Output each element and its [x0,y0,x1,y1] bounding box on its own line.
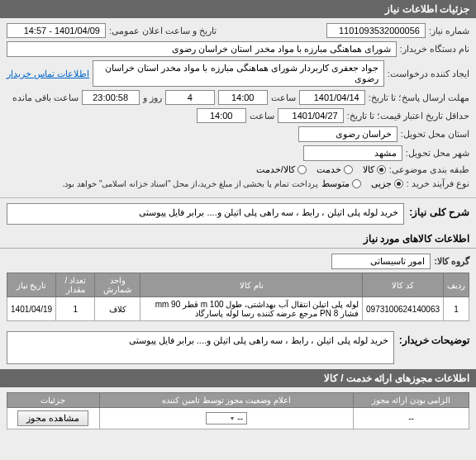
col-name: نام کالا [140,273,363,297]
buy-type-radio-group: جزیی متوسط [321,178,403,189]
details-panel: شماره نیاز: 1101093532000056 تاریخ و ساع… [0,18,476,197]
radio-dot-icon [298,165,307,174]
radio-mid-label: متوسط [321,178,350,189]
buyer-value: شورای هماهنگی مبارزه با مواد مخدر استان … [7,41,397,57]
auth-col-mandatory: الزامی بودن ارائه مجوز [354,393,469,408]
cell-idx: 1 [444,297,469,321]
category-label: طبقه بندی موضوعی: [389,164,469,175]
creator-value: جواد جعفری کاربردار شورای هماهنگی مبارزه… [93,60,384,87]
city-label: شهر محل تحویل: [406,148,469,159]
goods-group-label: گروه کالا: [434,256,469,267]
auth-col-details: جزئیات [7,393,100,408]
cell-code: 0973100624140063 [363,297,444,321]
auth-status-value: -- [237,414,243,423]
radio-dot-checked-icon [394,179,403,188]
min-valid-label: حداقل تاریخ اعتبار قیمت؛ تا تاریخ: [347,111,469,121]
section-header-details: جزئیات اطلاعات نیاز [0,0,476,18]
cell-unit: کلاف [95,297,140,321]
deadline-label: مهلت ارسال پاسخ؛ تا تاریخ: [369,92,469,103]
radio-kalakhedmat-label: کالا/خدمت [256,164,295,175]
auth-mandatory-cell: -- [354,408,469,429]
buyer-contact-link[interactable]: اطلاعات تماس خریدار [7,69,89,79]
public-date-label: تاریخ و ساعت اعلان عمومی: [109,26,217,36]
creator-label: ایجاد کننده درخواست: [388,69,469,79]
desc-label: شرح کلی نیاز: [409,203,469,225]
goods-header: اطلاعات کالاهای مورد نیاز [0,230,476,249]
radio-dot-icon [344,165,353,174]
days-value: 4 [165,90,215,105]
auth-row: -- -- ▾ مشاهده مجوز [7,408,469,429]
category-radio-group: کالا خدمت کالا/خدمت [256,164,386,175]
radio-minor[interactable]: جزیی [371,178,403,189]
radio-dot-checked-icon [377,165,386,174]
province-value: خراسان رضوی [298,126,397,142]
remaining-time: 23:00:58 [82,90,140,105]
auth-status-select[interactable]: -- ▾ [206,412,247,424]
req-no-label: شماره نیاز: [429,26,469,36]
auth-details-cell: مشاهده مجوز [7,408,100,429]
buyer-label: نام دستگاه خریدار: [400,44,469,55]
min-valid-time: 14:00 [197,108,246,123]
deadline-time: 14:00 [218,90,268,105]
min-valid-date: 1401/04/27 [278,108,344,123]
auth-table: الزامی بودن ارائه مجوز اعلام وضعیت مجوز … [7,392,469,429]
remaining-label: ساعت باقی مانده [12,92,79,103]
buyer-notes-text: خرید لوله پلی اتیلن ، رابط ، سه راهی پلی… [7,331,394,364]
radio-khedmat-label: خدمت [317,164,341,175]
col-unit: واحد شمارش [95,273,140,297]
radio-kala[interactable]: کالا [363,164,386,175]
section-header-auth: اطلاعات مجوزهای ارائه خدمت / کالا [0,369,476,387]
radio-kala-label: کالا [363,164,374,175]
cell-qty: 1 [56,297,95,321]
time-label-2: ساعت [250,111,274,121]
col-code: کد کالا [363,273,444,297]
cell-date: 1401/04/19 [7,297,56,321]
buy-type-label: نوع فرآیند خرید : [407,178,469,189]
radio-minor-label: جزیی [371,178,392,189]
radio-dot-icon [352,179,361,188]
chevron-down-icon: ▾ [231,415,234,422]
public-date-value: 1401/04/09 - 14:57 [7,23,106,38]
radio-khedmat[interactable]: خدمت [317,164,353,175]
time-label-1: ساعت [271,92,296,103]
city-value: مشهد [303,145,402,161]
radio-mid[interactable]: متوسط [321,178,361,189]
cell-name: لوله پلی اتیلن انتقال آب بهداشتی، طول m … [140,297,363,321]
radio-kalakhedmat[interactable]: کالا/خدمت [256,164,307,175]
buyer-notes-label: توضیحات خریدار: [399,331,469,364]
col-qty: تعداد / مقدار [56,273,95,297]
auth-declare-cell: -- ▾ [99,408,353,429]
days-label: روز و [143,92,162,103]
buy-note: پرداخت تمام یا بخشی از مبلغ خرید،از محل … [63,179,318,188]
deadline-date: 1401/04/14 [299,90,365,105]
province-label: استان محل تحویل: [401,129,469,140]
goods-table: ردیف کد کالا نام کالا واحد شمارش تعداد /… [7,273,469,321]
desc-text: خرید لوله پلی اتیلن ، رابط ، سه راهی پلی… [7,203,404,225]
col-row: ردیف [444,273,469,297]
req-no-value: 1101093532000056 [326,23,426,38]
auth-col-declare: اعلام وضعیت مجوز توسط تامین کننده [99,393,353,408]
goods-group-value: امور تاسیساتی [331,254,431,269]
col-date: تاریخ نیاز [7,273,56,297]
view-auth-button[interactable]: مشاهده مجوز [17,410,88,426]
table-row: 1 0973100624140063 لوله پلی اتیلن انتقال… [7,297,469,321]
